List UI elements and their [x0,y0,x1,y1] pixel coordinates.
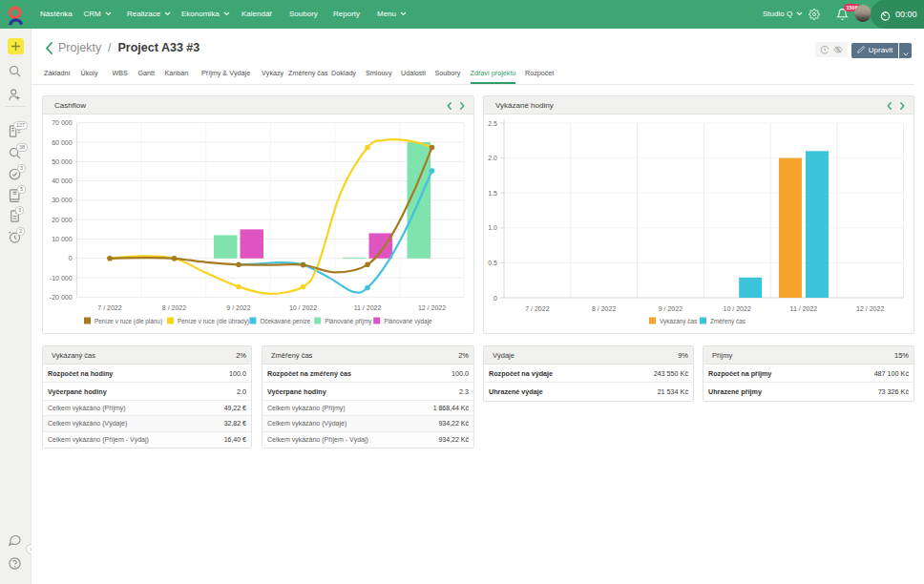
svg-text:10 / 2022: 10 / 2022 [724,305,751,312]
svg-text:9 / 2022: 9 / 2022 [659,305,682,312]
svg-text:70 000: 70 000 [52,119,73,126]
svg-text:7 / 2022: 7 / 2022 [97,304,121,311]
svg-text:50 000: 50 000 [52,158,73,165]
svg-text:0: 0 [69,255,73,261]
svg-text:1.0: 1.0 [488,224,497,231]
svg-text:Plánované výdaje: Plánované výdaje [384,318,432,325]
svg-text:0: 0 [494,295,497,302]
svg-text:40 000: 40 000 [52,177,73,184]
svg-text:8 / 2022: 8 / 2022 [162,304,186,311]
svg-text:12 / 2022: 12 / 2022 [856,305,884,312]
svg-text:20 000: 20 000 [52,217,73,223]
svg-text:11 / 2022: 11 / 2022 [354,304,382,311]
svg-text:8 / 2022: 8 / 2022 [592,305,616,312]
svg-text:10 / 2022: 10 / 2022 [289,304,317,311]
svg-text:1.5: 1.5 [488,190,497,197]
svg-text:9 / 2022: 9 / 2022 [226,304,250,311]
svg-text:60 000: 60 000 [52,139,73,146]
svg-text:7 / 2022: 7 / 2022 [525,305,549,312]
svg-text:-10 000: -10 000 [50,275,73,282]
svg-text:-20 000: -20 000 [50,294,73,301]
svg-text:Změřený čas: Změřený čas [710,318,746,325]
svg-text:11 / 2022: 11 / 2022 [790,305,818,312]
svg-text:Vykázaný čas: Vykázaný čas [660,318,697,325]
svg-text:12 / 2022: 12 / 2022 [418,304,446,311]
svg-text:30 000: 30 000 [52,197,73,203]
svg-text:Očekávané penize: Očekávané penize [260,318,310,325]
svg-text:Plánované příjmy: Plánované příjmy [325,318,372,325]
svg-text:2.5: 2.5 [488,120,497,127]
svg-text:0.5: 0.5 [488,260,497,266]
svg-text:10 000: 10 000 [52,236,73,242]
svg-text:2.0: 2.0 [488,155,497,161]
svg-text:Peníze v ruce (dle úhrady): Peníze v ruce (dle úhrady) [178,318,249,325]
svg-text:Peníze v ruce (dle plánu): Peníze v ruce (dle plánu) [94,318,162,325]
